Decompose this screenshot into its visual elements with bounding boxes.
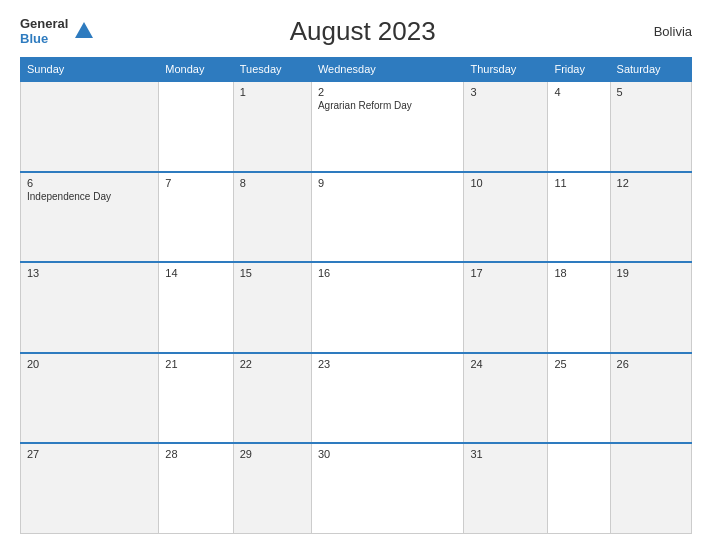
day-number: 14 [165,267,226,279]
day-number: 25 [554,358,603,370]
day-number: 19 [617,267,685,279]
day-event: Independence Day [27,191,111,202]
col-sunday: Sunday [21,58,159,82]
calendar-table: Sunday Monday Tuesday Wednesday Thursday… [20,57,692,534]
calendar-week-row: 12Agrarian Reform Day345 [21,81,692,172]
calendar-cell: 17 [464,262,548,353]
day-number: 15 [240,267,305,279]
day-event: Agrarian Reform Day [318,100,412,111]
day-number: 26 [617,358,685,370]
col-tuesday: Tuesday [233,58,311,82]
calendar-cell: 29 [233,443,311,534]
calendar-week-row: 2728293031 [21,443,692,534]
day-number: 3 [470,86,541,98]
calendar-cell: 18 [548,262,610,353]
calendar-cell: 7 [159,172,233,263]
day-number: 1 [240,86,305,98]
day-number: 9 [318,177,458,189]
calendar-page: General Blue August 2023 Bolivia Sunday … [0,0,712,550]
calendar-cell: 5 [610,81,691,172]
calendar-cell: 28 [159,443,233,534]
calendar-cell: 4 [548,81,610,172]
calendar-title: August 2023 [93,16,632,47]
calendar-cell: 19 [610,262,691,353]
day-number: 10 [470,177,541,189]
day-number: 18 [554,267,603,279]
calendar-week-row: 20212223242526 [21,353,692,444]
calendar-cell: 2Agrarian Reform Day [311,81,464,172]
col-friday: Friday [548,58,610,82]
day-number: 30 [318,448,458,460]
day-number: 2 [318,86,458,98]
logo-triangle-icon [75,22,93,38]
calendar-cell: 9 [311,172,464,263]
calendar-cell: 8 [233,172,311,263]
calendar-header: General Blue August 2023 Bolivia [20,16,692,47]
day-number: 27 [27,448,152,460]
calendar-week-row: 13141516171819 [21,262,692,353]
col-monday: Monday [159,58,233,82]
calendar-cell: 22 [233,353,311,444]
calendar-cell: 1 [233,81,311,172]
calendar-cell [21,81,159,172]
logo-general-text: General [20,17,68,31]
calendar-cell: 3 [464,81,548,172]
logo: General Blue [20,17,93,46]
header-row: Sunday Monday Tuesday Wednesday Thursday… [21,58,692,82]
calendar-cell: 27 [21,443,159,534]
calendar-cell: 31 [464,443,548,534]
calendar-cell: 15 [233,262,311,353]
day-number: 31 [470,448,541,460]
day-number: 28 [165,448,226,460]
day-number: 29 [240,448,305,460]
calendar-cell [548,443,610,534]
day-number: 17 [470,267,541,279]
day-number: 20 [27,358,152,370]
calendar-cell: 24 [464,353,548,444]
calendar-cell: 26 [610,353,691,444]
calendar-cell: 23 [311,353,464,444]
day-number: 23 [318,358,458,370]
calendar-cell: 12 [610,172,691,263]
day-number: 13 [27,267,152,279]
calendar-cell: 21 [159,353,233,444]
country-label: Bolivia [632,24,692,39]
day-number: 12 [617,177,685,189]
day-number: 16 [318,267,458,279]
day-number: 7 [165,177,226,189]
day-number: 6 [27,177,152,189]
calendar-cell: 25 [548,353,610,444]
day-number: 4 [554,86,603,98]
day-number: 21 [165,358,226,370]
day-number: 22 [240,358,305,370]
calendar-cell: 30 [311,443,464,534]
calendar-cell [610,443,691,534]
calendar-cell: 10 [464,172,548,263]
day-number: 8 [240,177,305,189]
day-number: 11 [554,177,603,189]
calendar-cell: 16 [311,262,464,353]
calendar-cell: 13 [21,262,159,353]
col-saturday: Saturday [610,58,691,82]
logo-blue-text: Blue [20,32,68,46]
calendar-cell [159,81,233,172]
day-number: 24 [470,358,541,370]
col-thursday: Thursday [464,58,548,82]
calendar-cell: 14 [159,262,233,353]
col-wednesday: Wednesday [311,58,464,82]
calendar-cell: 6Independence Day [21,172,159,263]
calendar-cell: 20 [21,353,159,444]
day-number: 5 [617,86,685,98]
calendar-cell: 11 [548,172,610,263]
calendar-week-row: 6Independence Day789101112 [21,172,692,263]
